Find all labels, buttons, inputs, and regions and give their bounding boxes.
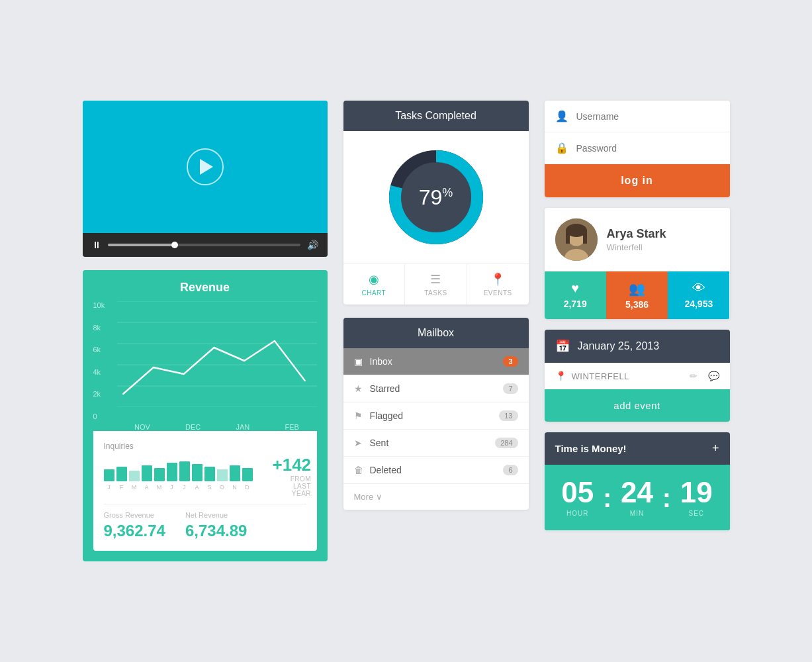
donut-percent-sign: %	[442, 186, 453, 199]
location-icon: 📍	[555, 371, 566, 381]
sent-icon: ➤	[354, 438, 370, 448]
tab-chart[interactable]: ◉ CHART	[343, 264, 406, 305]
inq-x-label: J	[104, 484, 114, 491]
chart-x-labels: NOV DEC JAN FEB	[93, 423, 317, 431]
play-button[interactable]	[187, 148, 224, 185]
calendar-body: 📍 WINTERFELL ✏ 💬	[545, 363, 730, 389]
profile-stats: ♥ 2,719 👥 5,386 👁 24,953	[545, 271, 730, 319]
inq-x-label: A	[142, 484, 152, 491]
gross-revenue: Gross Revenue 9,362.74	[104, 511, 165, 540]
pause-button[interactable]: ⏸	[92, 240, 101, 250]
net-revenue: Net Revenue 6,734.89	[185, 511, 247, 540]
inbox-badge: 3	[503, 356, 518, 367]
play-icon	[200, 159, 213, 175]
y-label: 4k	[93, 368, 105, 376]
from-last-year: FROM LAST YEAR	[273, 475, 312, 497]
profile-text: Arya Stark Winterfell	[607, 227, 666, 252]
mailbox-more[interactable]: More ∨	[343, 484, 529, 510]
donut-percent-value: 79	[419, 185, 443, 209]
mailbox-item-flagged[interactable]: ⚑ Flagged 13	[343, 402, 529, 430]
heart-icon: ♥	[571, 281, 579, 296]
timer-hours: 05 HOUR	[555, 478, 600, 517]
timer-body: 05 HOUR : 24 MIN : 19 SEC	[545, 465, 730, 530]
stat-followers[interactable]: 👥 5,386	[606, 271, 668, 319]
revenue-chart-area: 10k 8k 6k 4k 2k 0 .grid-line { stroke: r…	[93, 301, 317, 420]
people-icon: 👥	[629, 281, 645, 297]
chart-y-labels: 10k 8k 6k 4k 2k 0	[93, 301, 105, 420]
inq-x-label: D	[242, 484, 253, 491]
inq-bar	[154, 468, 165, 481]
edit-icon[interactable]: ✏	[690, 371, 698, 381]
video-player: ⏸ 🔊	[83, 101, 328, 257]
revenue-line-chart: .grid-line { stroke: rgba(255,255,255,0.…	[117, 301, 317, 407]
inquiries-label: Inquiries	[104, 442, 306, 451]
x-label: JAN	[236, 423, 250, 431]
tab-tasks[interactable]: ☰ TASKS	[405, 264, 467, 305]
deleted-count: 6	[503, 465, 518, 475]
gross-label: Gross Revenue	[104, 511, 165, 519]
net-value: 6,734.89	[185, 522, 247, 540]
calendar-location: WINTERFELL	[572, 371, 679, 381]
inquiries-increase: +142	[273, 455, 312, 475]
password-input[interactable]	[576, 143, 719, 154]
inq-x-label: A	[192, 484, 203, 491]
inq-x-label: O	[217, 484, 228, 491]
user-icon: 👤	[555, 110, 568, 122]
stat-views[interactable]: 👁 24,953	[668, 271, 729, 319]
mailbox-item-inbox[interactable]: ▣ Inbox 3	[343, 348, 529, 375]
timer-add-icon[interactable]: +	[712, 442, 719, 455]
inquiries-wrapper: J F M A M J J A S O N D	[104, 455, 306, 497]
inq-bar	[242, 468, 253, 481]
inq-bar	[116, 467, 127, 481]
flagged-count: 13	[499, 410, 518, 421]
seconds-value: 19	[674, 478, 719, 507]
chart-tab-icon: ◉	[369, 272, 380, 287]
calendar-date: January 25, 2013	[578, 340, 660, 352]
add-event-button[interactable]: add event	[545, 389, 730, 422]
comment-icon[interactable]: 💬	[708, 371, 719, 381]
calendar-card: 📅 January 25, 2013 📍 WINTERFELL ✏ 💬 add …	[545, 330, 730, 422]
right-column: 👤 🔒 log in	[545, 101, 730, 530]
minutes-value: 24	[614, 478, 659, 507]
mailbox-item-deleted[interactable]: 🗑 Deleted 6	[343, 457, 529, 484]
timer-seconds: 19 SEC	[674, 478, 719, 517]
volume-icon[interactable]: 🔊	[307, 240, 318, 250]
inq-bar	[142, 465, 152, 481]
starred-icon: ★	[354, 383, 370, 394]
x-label: FEB	[285, 423, 298, 431]
timer-minutes: 24 MIN	[614, 478, 659, 517]
tasks-header: Tasks Completed	[343, 101, 529, 131]
flagged-icon: ⚑	[354, 410, 370, 421]
inquiries-stat: +142 FROM LAST YEAR	[273, 455, 312, 497]
tab-events[interactable]: 📍 EVENTS	[467, 264, 529, 305]
timer-separator-1: :	[600, 485, 614, 511]
gross-value: 9,362.74	[104, 522, 165, 540]
sent-count: 284	[495, 438, 518, 448]
hours-value: 05	[555, 478, 600, 507]
mailbox-item-starred[interactable]: ★ Starred 7	[343, 375, 529, 402]
tasks-tab-icon: ☰	[430, 272, 441, 287]
inq-x-label: M	[154, 484, 165, 491]
inq-x-label: J	[179, 484, 190, 491]
events-tab-icon: 📍	[490, 272, 506, 287]
timer-title: Time is Money!	[555, 443, 627, 454]
inq-x-label: N	[230, 484, 240, 491]
inq-x-labels: J F M A M J J A S O N D	[104, 484, 253, 491]
svg-rect-13	[566, 230, 570, 244]
inq-x-label: M	[129, 484, 140, 491]
x-label: DEC	[185, 423, 201, 431]
deleted-label: Deleted	[370, 465, 504, 475]
stat-likes[interactable]: ♥ 2,719	[545, 271, 606, 319]
timer-header: Time is Money! +	[545, 432, 730, 465]
inq-bar	[129, 471, 140, 481]
tasks-chart-area: 79%	[343, 131, 529, 263]
inq-bar	[104, 469, 114, 481]
calendar-header: 📅 January 25, 2013	[545, 330, 730, 363]
progress-bar[interactable]	[108, 244, 300, 246]
mailbox-item-sent[interactable]: ➤ Sent 284	[343, 430, 529, 457]
seconds-label: SEC	[674, 510, 719, 517]
username-input[interactable]	[576, 111, 719, 122]
password-field: 🔒	[545, 132, 730, 164]
inq-x-label: J	[167, 484, 177, 491]
login-button[interactable]: log in	[545, 164, 730, 197]
